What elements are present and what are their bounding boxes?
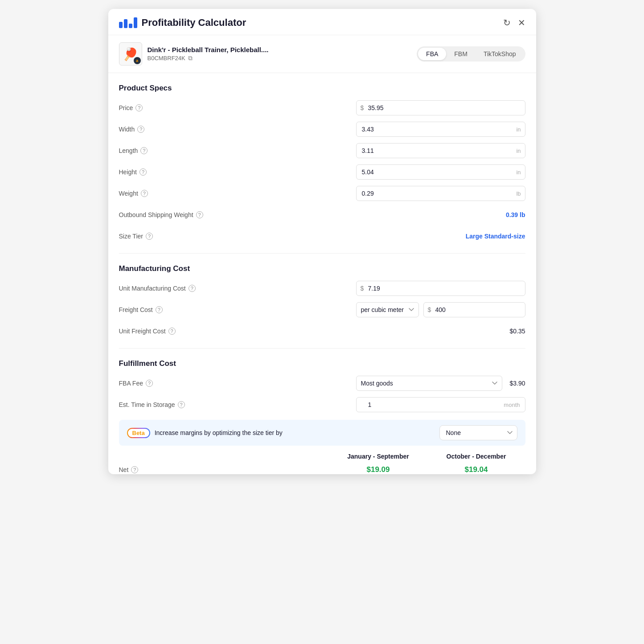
height-row: Height ? in (119, 164, 525, 180)
close-icon: ✕ (518, 17, 525, 28)
price-help-icon[interactable]: ? (135, 104, 143, 111)
unit-freight-help-icon[interactable]: ? (168, 328, 176, 335)
manufacturing-title: Manufacturing Cost (119, 264, 525, 273)
freight-cost-row: Freight Cost ? per cubic meter per unit … (119, 302, 525, 318)
fba-fee-row: FBA Fee ? Most goods Dangerous goods Sma… (119, 375, 525, 391)
length-input[interactable] (356, 143, 525, 158)
weight-input-wrap: lb (356, 186, 525, 201)
length-input-container: in (356, 143, 525, 158)
tab-tiktokshop[interactable]: TikTokShop (476, 48, 524, 60)
freight-amount-input[interactable] (423, 302, 525, 317)
close-button[interactable]: ✕ (518, 17, 525, 28)
fulfillment-section: Fulfillment Cost FBA Fee ? Most goods Da… (119, 359, 525, 413)
fba-fee-controls: Most goods Dangerous goods Small & light… (356, 376, 525, 391)
height-input-container: in (356, 164, 525, 180)
amazon-badge: a (134, 57, 141, 64)
calculator-window: Profitability Calculator ↻ ✕ 🏓 a Dink'r … (108, 9, 536, 474)
asin-value: B0CMBRF24K (148, 55, 185, 62)
logo-bar-3 (129, 24, 132, 28)
unit-cost-input[interactable] (356, 281, 525, 296)
logo-bar-4 (134, 17, 137, 28)
height-unit: in (516, 169, 521, 176)
title-bar: Profitability Calculator ↻ ✕ (108, 9, 536, 35)
product-bar: 🏓 a Dink'r - Pickleball Trainer, Pickleb… (108, 35, 536, 73)
outbound-weight-row: Outbound Shipping Weight ? 0.39 lb (119, 207, 525, 223)
storage-label: Est. Time in Storage ? (119, 401, 244, 408)
product-info: 🏓 a Dink'r - Pickleball Trainer, Pickleb… (119, 42, 269, 66)
fba-fee-help-icon[interactable]: ? (146, 380, 153, 387)
length-help-icon[interactable]: ? (140, 147, 148, 154)
fba-fee-value: $3.90 (509, 380, 525, 387)
weight-row: Weight ? lb (119, 185, 525, 201)
logo-bar-1 (119, 22, 123, 28)
beta-banner: Beta Increase margins by optimizing the … (119, 420, 525, 446)
results-col1-header: January - September (329, 453, 427, 460)
unit-cost-label: Unit Manufacturing Cost ? (119, 285, 244, 292)
width-unit: in (516, 126, 521, 133)
unit-cost-row: Unit Manufacturing Cost ? $ (119, 280, 525, 296)
fba-fee-label: FBA Fee ? (119, 380, 244, 387)
height-label: Height ? (119, 168, 244, 176)
unit-cost-input-wrap: $ (356, 281, 525, 296)
product-thumbnail: 🏓 a (119, 42, 142, 66)
refresh-icon: ↻ (503, 17, 511, 28)
fba-fee-select[interactable]: Most goods Dangerous goods Small & light (356, 376, 503, 391)
weight-help-icon[interactable]: ? (141, 190, 148, 197)
outbound-help-icon[interactable]: ? (196, 211, 203, 218)
length-input-wrap: in (356, 143, 525, 158)
height-help-icon[interactable]: ? (139, 168, 147, 176)
month-suffix: month (504, 402, 520, 408)
storage-input[interactable] (356, 397, 525, 412)
freight-amount-wrap: $ (423, 302, 525, 317)
divider-2 (119, 348, 525, 349)
unit-cost-help-icon[interactable]: ? (189, 285, 196, 292)
refresh-button[interactable]: ↻ (503, 17, 511, 28)
unit-freight-value: $0.35 (356, 328, 525, 335)
product-specs-section: Product Specs Price ? $ Width ? (119, 84, 525, 244)
beta-text: Increase margins by optimizing the size … (155, 429, 435, 436)
app-title: Profitability Calculator (142, 17, 246, 29)
channel-tabs: FBA FBM TikTokShop (417, 46, 525, 62)
product-name: Dink'r - Pickleball Trainer, Pickleball.… (148, 46, 269, 53)
beta-optimization-select[interactable]: None Reduce weight Reduce dimensions (439, 425, 517, 440)
storage-row: Est. Time in Storage ? month (119, 397, 525, 413)
freight-type-select[interactable]: per cubic meter per unit flat fee (356, 302, 419, 317)
width-input[interactable] (356, 122, 525, 137)
weight-input[interactable] (356, 186, 525, 201)
fulfillment-title: Fulfillment Cost (119, 359, 525, 368)
net-row: Net ? $19.09 $19.04 (119, 465, 525, 474)
tab-fba[interactable]: FBA (418, 48, 446, 60)
copy-asin-button[interactable]: ⧉ (188, 54, 193, 62)
tab-fbm[interactable]: FBM (446, 48, 476, 60)
price-input-wrap: $ (356, 100, 525, 115)
freight-help-icon[interactable]: ? (156, 306, 163, 313)
results-header: January - September October - December (119, 453, 525, 460)
freight-inputs: per cubic meter per unit flat fee $ (356, 302, 525, 317)
unit-freight-label: Unit Freight Cost ? (119, 328, 244, 335)
weight-label: Weight ? (119, 190, 244, 197)
storage-help-icon[interactable]: ? (178, 401, 185, 408)
title-actions: ↻ ✕ (503, 17, 525, 28)
price-label: Price ? (119, 104, 244, 111)
width-label: Width ? (119, 126, 244, 133)
width-help-icon[interactable]: ? (137, 126, 144, 133)
price-input-container: $ (356, 100, 525, 115)
height-input[interactable] (356, 164, 525, 180)
logo-bar-2 (124, 19, 127, 28)
size-tier-value: Large Standard-size (356, 233, 525, 240)
divider-1 (119, 253, 525, 254)
length-row: Length ? in (119, 143, 525, 159)
outbound-weight-label: Outbound Shipping Weight ? (119, 211, 244, 218)
length-unit: in (516, 148, 521, 154)
price-input[interactable] (356, 100, 525, 115)
product-specs-title: Product Specs (119, 84, 525, 93)
size-tier-help-icon[interactable]: ? (146, 233, 153, 240)
price-dollar-icon: $ (361, 104, 364, 111)
net-help-icon[interactable]: ? (131, 466, 138, 473)
weight-input-container: lb (356, 186, 525, 201)
freight-dollar-icon: $ (428, 306, 431, 313)
size-tier-row: Size Tier ? Large Standard-size (119, 228, 525, 244)
net-label: Net ? (119, 466, 329, 473)
height-input-wrap: in (356, 164, 525, 180)
results-col2-header: October - December (427, 453, 525, 460)
